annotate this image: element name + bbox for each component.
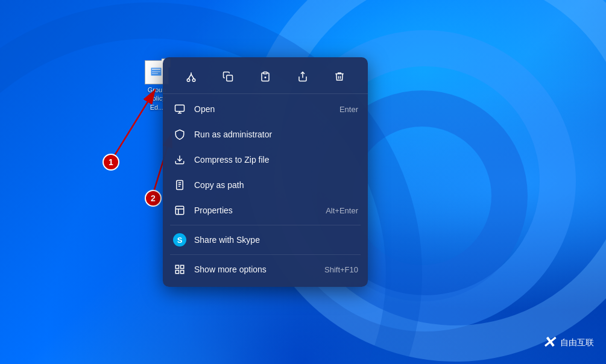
svg-point-7 — [187, 79, 190, 82]
menu-item-properties[interactable]: Properties Alt+Enter — [163, 198, 368, 223]
svg-rect-12 — [175, 105, 185, 111]
open-icon — [172, 102, 187, 116]
skype-icon: S — [172, 233, 187, 247]
context-menu: Open Enter Run as administrator Compress… — [163, 57, 368, 287]
svg-rect-18 — [175, 206, 184, 215]
toolbar-paste-button[interactable] — [254, 66, 276, 87]
show-more-shortcut: Shift+F10 — [324, 265, 358, 274]
svg-rect-22 — [181, 265, 184, 268]
menu-item-copy-path[interactable]: Copy as path — [163, 172, 368, 198]
menu-divider-1 — [170, 225, 361, 225]
menu-item-share-skype[interactable]: S Share with Skype — [163, 227, 368, 253]
svg-rect-3 — [152, 73, 158, 74]
watermark-symbol: ✕ — [542, 333, 555, 352]
toolbar-cut-button[interactable] — [180, 66, 202, 87]
menu-item-show-more[interactable]: Show more options Shift+F10 — [163, 257, 368, 282]
compress-icon — [172, 152, 187, 167]
properties-icon — [172, 203, 187, 218]
svg-rect-2 — [152, 71, 160, 72]
svg-rect-9 — [227, 75, 233, 81]
properties-shortcut: Alt+Enter — [326, 206, 358, 215]
toolbar-copy-button[interactable] — [217, 66, 239, 87]
run-as-admin-label: Run as administrator — [194, 130, 358, 139]
svg-rect-10 — [264, 72, 267, 74]
svg-point-8 — [192, 79, 195, 82]
svg-rect-23 — [175, 271, 178, 274]
properties-label: Properties — [194, 206, 316, 215]
show-more-label: Show more options — [194, 265, 315, 274]
compress-label: Compress to Zip file — [194, 155, 358, 165]
open-label: Open — [194, 104, 330, 114]
menu-divider-2 — [170, 254, 361, 255]
toolbar-delete-button[interactable] — [329, 66, 350, 87]
menu-item-run-as-admin[interactable]: Run as administrator — [163, 122, 368, 147]
annotation-badge-2: 2 — [145, 190, 162, 207]
open-shortcut: Enter — [339, 105, 358, 114]
toolbar-share-button[interactable] — [292, 66, 314, 87]
annotation-badge-1: 1 — [103, 154, 119, 171]
copy-path-icon — [172, 178, 187, 192]
context-menu-toolbar — [163, 62, 368, 94]
run-as-admin-icon — [172, 127, 187, 142]
watermark-text: 自由互联 — [560, 337, 594, 348]
show-more-icon — [172, 262, 187, 277]
watermark: ✕ 自由互联 — [542, 333, 594, 352]
share-skype-label: Share with Skype — [194, 235, 358, 245]
copy-path-label: Copy as path — [194, 180, 358, 190]
menu-item-open[interactable]: Open Enter — [163, 96, 368, 122]
svg-rect-24 — [181, 271, 184, 274]
svg-rect-1 — [152, 69, 160, 70]
menu-item-compress[interactable]: Compress to Zip file — [163, 147, 368, 172]
svg-rect-21 — [175, 265, 178, 268]
